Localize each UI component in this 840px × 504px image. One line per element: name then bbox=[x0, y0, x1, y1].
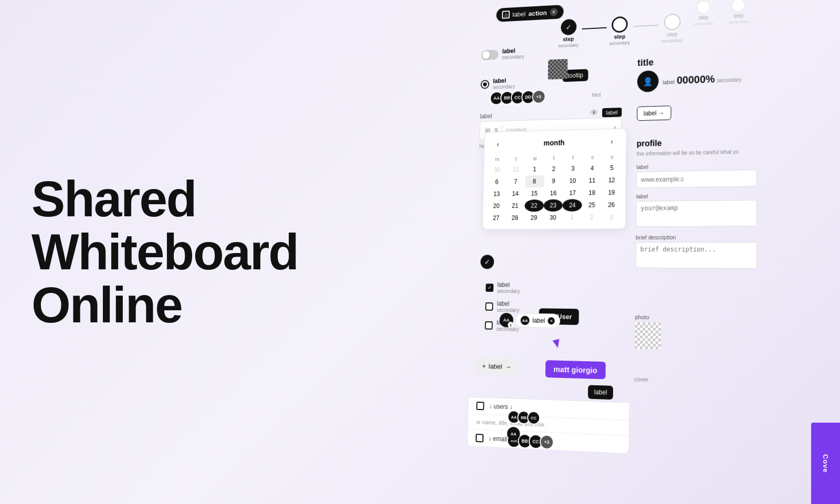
stats-label-text: label bbox=[663, 79, 675, 86]
radio-row[interactable]: label secondary bbox=[480, 77, 515, 90]
checkbox-1-row[interactable]: ✓ label secondary bbox=[486, 281, 520, 294]
toggle-secondary: secondary bbox=[502, 54, 524, 60]
tilted-container: ⚠ label action ✕ ✓ step secondary step s… bbox=[467, 0, 840, 504]
cal-day-23[interactable]: 23 bbox=[543, 200, 563, 212]
cal-day-29[interactable]: 29 bbox=[524, 212, 543, 224]
cal-day-14[interactable]: 14 bbox=[506, 187, 524, 200]
cal-day-21[interactable]: 21 bbox=[506, 200, 524, 212]
toggle-knob bbox=[482, 51, 490, 59]
checkerboard-pattern bbox=[548, 59, 568, 79]
checkbox-2[interactable] bbox=[485, 302, 493, 311]
cal-day-18[interactable]: 18 bbox=[582, 186, 602, 199]
eye-icon[interactable]: 👁 bbox=[589, 108, 599, 118]
avatar-row-bottom: AA BB CC bbox=[507, 410, 540, 425]
step-far-1-circle bbox=[697, 0, 710, 14]
step-2-label: step bbox=[614, 33, 625, 39]
step-2-circle bbox=[612, 16, 628, 33]
cal-day-30b[interactable]: 30 bbox=[543, 212, 563, 224]
notif-close-icon[interactable]: ✕ bbox=[548, 317, 555, 324]
step-far-1-label: step bbox=[699, 15, 709, 21]
step-2-sub: secondary bbox=[609, 40, 630, 46]
cal-prev[interactable]: ‹ bbox=[492, 138, 503, 150]
form-input-email[interactable] bbox=[636, 200, 757, 227]
cal-header-m: m bbox=[488, 154, 507, 164]
cal-header-w: w bbox=[526, 153, 544, 164]
cal-day-19[interactable]: 19 bbox=[602, 186, 622, 199]
cal-day-9[interactable]: 9 bbox=[544, 175, 563, 187]
cal-day-30a[interactable]: 30 bbox=[488, 164, 507, 176]
cal-day-12[interactable]: 12 bbox=[602, 174, 622, 186]
cal-day-15[interactable]: 15 bbox=[524, 187, 544, 200]
stats-secondary: secondary bbox=[717, 77, 741, 83]
input-label-text: label bbox=[480, 113, 492, 120]
cal-day-11[interactable]: 11 bbox=[582, 174, 602, 187]
cal-day-7[interactable]: 7 bbox=[506, 175, 525, 187]
cal-day-27[interactable]: 27 bbox=[487, 212, 506, 224]
checkbox-1[interactable]: ✓ bbox=[486, 284, 494, 292]
step-1-sub: secondary bbox=[558, 43, 579, 48]
radio-button[interactable] bbox=[480, 80, 489, 89]
stats-number: 00000% bbox=[677, 73, 715, 86]
cal-day-8[interactable]: 8 bbox=[525, 175, 544, 188]
checkbox-2-label: label bbox=[497, 300, 520, 307]
form-field-2: label bbox=[636, 192, 757, 229]
cal-day-2[interactable]: 2 bbox=[544, 163, 563, 175]
close-icon[interactable]: ✕ bbox=[550, 8, 558, 16]
notif-avatar-circle: AA 1 bbox=[499, 313, 513, 328]
calendar-grid: m t w t f s s 30 31 1 2 3 4 5 6 7 8 9 bbox=[482, 151, 626, 229]
cal-day-3b[interactable]: 3 bbox=[601, 211, 621, 224]
toggle-switch[interactable] bbox=[481, 49, 499, 60]
notif-pill: AA label ✕ bbox=[515, 313, 561, 328]
step-3: step secondary bbox=[662, 13, 683, 44]
cal-day-2b[interactable]: 2 bbox=[582, 211, 602, 224]
chip-label-text: label bbox=[512, 10, 526, 18]
table-checkbox-2[interactable] bbox=[476, 434, 484, 442]
warning-icon: ⚠ bbox=[502, 10, 510, 19]
checkbox-2-row[interactable]: label secondary bbox=[485, 300, 519, 313]
checkbox-2-sub: secondary bbox=[497, 307, 519, 313]
cal-day-26[interactable]: 26 bbox=[602, 198, 622, 211]
checkbox-1-labels: label secondary bbox=[497, 281, 520, 295]
cal-day-13[interactable]: 13 bbox=[487, 188, 506, 200]
cal-day-20[interactable]: 20 bbox=[487, 200, 506, 212]
step-1-label: step bbox=[563, 36, 574, 42]
stats-values: label 00000% secondary bbox=[663, 72, 741, 87]
stats-row: label 00000% secondary bbox=[663, 72, 741, 87]
hero-title: Shared Whiteboard Online bbox=[32, 173, 399, 331]
form-field-1: label bbox=[636, 162, 757, 188]
cal-day-10[interactable]: 10 bbox=[563, 175, 582, 187]
user-highlight-label: matt giorgio bbox=[545, 360, 606, 379]
form-input-desc[interactable] bbox=[635, 242, 757, 269]
cal-day-25[interactable]: 25 bbox=[582, 199, 602, 212]
cal-day-1[interactable]: 1 bbox=[525, 163, 544, 176]
label-arrow-button[interactable]: label → bbox=[637, 106, 671, 121]
cal-day-31[interactable]: 31 bbox=[506, 163, 525, 176]
radio-inner bbox=[483, 82, 487, 86]
table-checkbox-1[interactable] bbox=[476, 402, 484, 410]
checkbox-3[interactable] bbox=[485, 321, 493, 329]
cal-day-28[interactable]: 28 bbox=[506, 212, 524, 224]
cal-day-1b[interactable]: 1 bbox=[562, 212, 582, 224]
cal-day-4[interactable]: 4 bbox=[582, 162, 602, 175]
avatar-row-cc: CC bbox=[527, 411, 540, 425]
cal-day-17[interactable]: 17 bbox=[563, 187, 582, 200]
add-label-button[interactable]: + label → bbox=[474, 358, 519, 375]
cal-day-6[interactable]: 6 bbox=[487, 176, 506, 188]
form-input-url[interactable] bbox=[636, 170, 757, 188]
toggle-row: label secondary bbox=[481, 47, 524, 61]
step-1-circle: ✓ bbox=[561, 19, 576, 36]
cal-next[interactable]: › bbox=[606, 135, 618, 148]
cal-day-24[interactable]: 24 bbox=[563, 199, 582, 212]
ui-panel: ⚠ label action ✕ ✓ step secondary step s… bbox=[452, 0, 840, 504]
cal-day-16[interactable]: 16 bbox=[544, 187, 563, 200]
step-1: ✓ step secondary bbox=[558, 19, 579, 49]
avatar-plus: +3 bbox=[532, 90, 545, 104]
eye-label-badge: label bbox=[602, 108, 622, 118]
step-far-2-sub: secondary bbox=[729, 19, 748, 25]
notif-count: 1 bbox=[508, 322, 513, 328]
cal-day-5[interactable]: 5 bbox=[602, 162, 622, 174]
action-chip[interactable]: ⚠ label action ✕ bbox=[496, 5, 563, 22]
cal-day-3[interactable]: 3 bbox=[563, 162, 583, 175]
cal-day-22[interactable]: 22 bbox=[524, 200, 544, 212]
users-col: ↓ users ↓ bbox=[489, 403, 512, 411]
